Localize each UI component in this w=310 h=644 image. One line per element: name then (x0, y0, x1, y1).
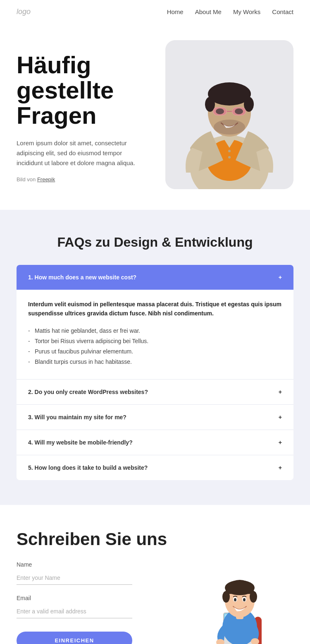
contact-section: Schreiben Sie uns Name Email EINREICHEN … (0, 505, 310, 644)
hero-freepik-link[interactable]: Freepik (37, 176, 55, 183)
faq-list: 1. How much does a new website cost? + I… (17, 265, 293, 480)
email-input[interactable] (17, 605, 132, 618)
svg-point-41 (243, 598, 246, 601)
faq-question-1-text: 1. How much does a new website cost? (28, 274, 136, 281)
form-group-name: Name (17, 561, 178, 585)
svg-point-40 (234, 598, 236, 601)
logo: logo (17, 7, 31, 16)
faq-bullet-1-4: Blandit turpis cursus in hac habitasse. (28, 357, 282, 367)
form-group-email: Email (17, 595, 178, 618)
nav-item-works[interactable]: My Works (233, 8, 260, 16)
faq-plus-icon-1: + (279, 274, 282, 280)
faq-item-3: 3. Will you maintain my site for me? + (17, 405, 293, 430)
faq-item-1: 1. How much does a new website cost? + I… (17, 265, 293, 380)
svg-point-15 (235, 108, 243, 114)
faq-plus-icon-3: + (279, 414, 282, 420)
faq-item-5: 5. How long does it take to build a webs… (17, 455, 293, 480)
faq-heading: FAQs zu Design & Entwicklung (17, 235, 293, 250)
faq-item-4: 4. Will my website be mobile-friendly? + (17, 430, 293, 455)
faq-question-2[interactable]: 2. Do you only create WordPress websites… (17, 380, 293, 404)
svg-point-14 (216, 108, 224, 114)
hero-image (165, 40, 293, 189)
submit-button[interactable]: EINREICHEN (17, 632, 132, 644)
faq-question-4-text: 4. Will my website be mobile-friendly? (28, 439, 133, 446)
hero-title: Häufig gestellte Fragen (17, 53, 157, 128)
faq-item-2: 2. Do you only create WordPress websites… (17, 380, 293, 405)
faq-question-4[interactable]: 4. Will my website be mobile-friendly? + (17, 430, 293, 455)
faq-bullet-1-3: Purus ut faucibus pulvinar elementum. (28, 346, 282, 357)
nav-item-home[interactable]: Home (167, 8, 184, 16)
faq-question-5-text: 5. How long does it take to build a webs… (28, 464, 148, 471)
faq-question-2-text: 2. Do you only create WordPress websites… (28, 389, 148, 395)
nav-item-contact[interactable]: Contact (272, 8, 293, 16)
faq-answer-1-bullets: Mattis hat nie geblandet, dass er frei w… (28, 326, 282, 368)
svg-point-36 (222, 591, 230, 603)
contact-heading: Schreiben Sie uns (17, 530, 178, 549)
faq-bullet-1-2: Tortor bei Risus viverra adipiscing bei … (28, 336, 282, 346)
faq-question-3-text: 3. Will you maintain my site for me? (28, 414, 126, 421)
faq-bullet-1-1: Mattis hat nie geblandet, dass er frei w… (28, 326, 282, 336)
name-label: Name (17, 561, 178, 568)
svg-point-17 (228, 156, 231, 159)
nav-links: Home About Me My Works Contact (167, 8, 293, 16)
hero-text: Häufig gestellte Fragen Lorem ipsum dolo… (17, 40, 157, 183)
svg-point-16 (228, 150, 231, 152)
hero-bild-von: Bild von Freepik (17, 176, 157, 183)
faq-answer-1-bold: Interdum velit euismod in pellentesque m… (28, 300, 282, 318)
contact-person-svg (190, 546, 289, 644)
hero-photo (165, 40, 293, 189)
faq-question-3[interactable]: 3. Will you maintain my site for me? + (17, 405, 293, 430)
hero-section: Häufig gestellte Fragen Lorem ipsum dolo… (0, 24, 310, 210)
navbar: logo Home About Me My Works Contact (0, 0, 310, 24)
faq-question-5[interactable]: 5. How long does it take to build a webs… (17, 455, 293, 480)
hero-description: Lorem ipsum dolor sit amet, consectetur … (17, 138, 145, 168)
svg-point-37 (250, 591, 257, 603)
faq-question-1[interactable]: 1. How much does a new website cost? + (17, 265, 293, 290)
hero-person-svg (165, 40, 293, 189)
faq-answer-1: Interdum velit euismod in pellentesque m… (17, 290, 293, 379)
faq-plus-icon-5: + (279, 465, 282, 471)
faq-section: FAQs zu Design & Entwicklung 1. How much… (0, 210, 310, 505)
contact-illustration (186, 530, 293, 644)
name-input[interactable] (17, 571, 132, 585)
email-label: Email (17, 595, 178, 601)
faq-plus-icon-2: + (279, 389, 282, 395)
faq-plus-icon-4: + (279, 440, 282, 445)
nav-item-about[interactable]: About Me (195, 8, 222, 16)
contact-form-area: Schreiben Sie uns Name Email EINREICHEN … (17, 530, 178, 644)
